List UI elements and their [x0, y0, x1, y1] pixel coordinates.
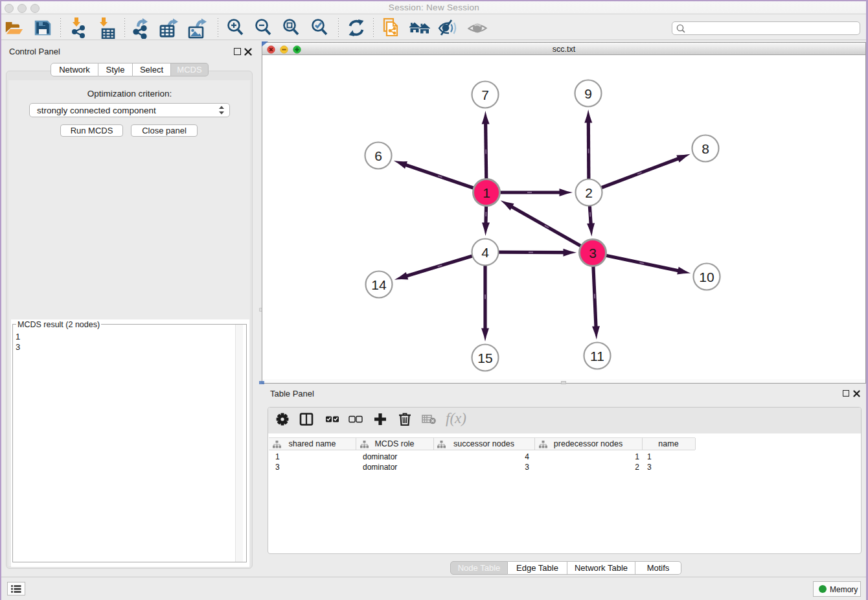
- svg-text:1: 1: [483, 185, 490, 200]
- svg-text:15: 15: [477, 351, 492, 365]
- svg-text:14: 14: [371, 277, 387, 292]
- svg-text:2: 2: [585, 185, 593, 200]
- svg-text:8: 8: [702, 141, 709, 156]
- svg-text:4: 4: [481, 245, 489, 260]
- svg-text:3: 3: [589, 246, 597, 260]
- svg-text:6: 6: [374, 148, 382, 163]
- svg-text:9: 9: [584, 86, 592, 101]
- svg-text:10: 10: [699, 270, 714, 284]
- svg-text:7: 7: [481, 87, 489, 102]
- svg-text:11: 11: [590, 349, 604, 363]
